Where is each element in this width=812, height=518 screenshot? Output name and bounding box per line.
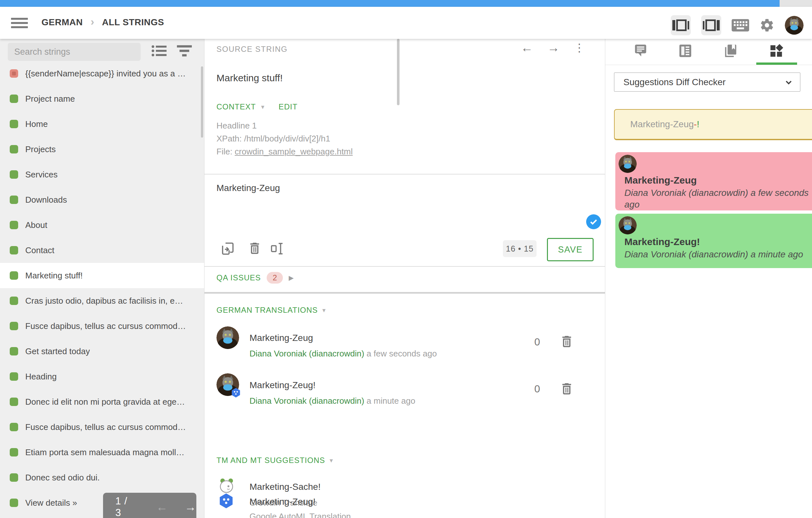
file-prefix: File: [216, 147, 235, 156]
next-string-icon[interactable]: → [547, 41, 559, 54]
keyboard-shortcuts-icon[interactable] [732, 19, 749, 32]
string-status-icon [10, 322, 18, 330]
diff-added: ! [697, 119, 699, 129]
menu-icon[interactable] [11, 18, 28, 29]
string-list-item[interactable]: Project name [0, 86, 204, 111]
translation-text[interactable]: Marketing-Zeug! [250, 380, 316, 391]
author-link[interactable]: Diana Voroniak (dianacrowdin) [250, 349, 364, 358]
context-details: Headline 1 XPath: /html/body/div/div[2]/… [216, 119, 353, 158]
string-status-icon [10, 398, 18, 406]
author-link[interactable]: Diana Voroniak (dianacrowdin) [250, 396, 364, 406]
breadcrumb-language[interactable]: GERMAN [41, 17, 83, 28]
string-list-item[interactable]: Projects [0, 136, 204, 162]
tab-apps-active[interactable] [769, 43, 784, 58]
translation-text[interactable]: Marketing-Zeug [250, 333, 313, 343]
file-link[interactable]: crowdin_sample_webpage.html [235, 147, 352, 156]
tab-terms[interactable] [723, 43, 738, 58]
string-status-icon [10, 246, 18, 254]
string-label: Donec sed odio dui. [25, 473, 100, 483]
more-options-icon[interactable]: ⋮ [574, 42, 585, 53]
char-counter: 16 • 15 [503, 240, 536, 257]
list-view-icon[interactable] [152, 44, 167, 58]
gear-icon[interactable] [759, 18, 775, 33]
search-input[interactable] [8, 43, 141, 61]
main-scrollbar[interactable] [397, 39, 400, 105]
expand-arrow-icon[interactable]: ▶ [289, 274, 294, 282]
string-list-item[interactable]: Downloads [0, 187, 204, 212]
page-indicator: 1 / 3 [115, 495, 136, 518]
suggestion-text[interactable]: Marketing-Sache! [250, 482, 320, 492]
clear-translation-icon[interactable] [247, 241, 262, 256]
string-status-icon [10, 423, 18, 431]
breadcrumb-file[interactable]: ALL STRINGS [102, 17, 164, 28]
string-list-item[interactable]: Cras justo odio, dapibus ac facilisis in… [0, 288, 204, 313]
side-by-side-left-toggle[interactable] [671, 15, 691, 35]
string-label: Contact [25, 245, 54, 255]
user-avatar[interactable] [785, 16, 804, 35]
approved-check-icon[interactable] [586, 214, 601, 229]
string-list-item[interactable]: Donec sed odio dui. [0, 465, 204, 490]
string-label: About [25, 220, 47, 230]
diff-result-card: Marketing-Zeug-! [614, 109, 812, 140]
tm-mt-section-header[interactable]: TM AND MT SUGGESTIONS ▾ [216, 456, 333, 465]
text-selection-icon[interactable] [270, 242, 285, 256]
chevron-right-icon: › [90, 15, 94, 28]
suggestion-provider: Google AutoML Translation [250, 512, 351, 518]
string-label: Fusce dapibus, tellus ac cursus commod… [25, 321, 186, 331]
search-bar [0, 39, 204, 61]
suggestion-text: Marketing-Zeug! [625, 236, 700, 247]
suggestion-byline: Diana Voroniak (dianacrowdin) a minute a… [625, 249, 812, 260]
copy-source-icon[interactable] [221, 242, 235, 256]
string-status-icon [10, 372, 18, 381]
string-list-item[interactable]: Services [0, 162, 204, 187]
prev-page-button[interactable]: ← [156, 500, 168, 514]
previous-string-icon[interactable]: ← [521, 41, 533, 54]
suggestion-text[interactable]: Marketing-Zeug! [250, 497, 316, 507]
tab-comments[interactable] [633, 43, 648, 58]
sidebar-scrollbar[interactable] [201, 66, 203, 138]
source-string-text: Marketing stuff! [216, 72, 283, 84]
string-list-item[interactable]: Fusce dapibus, tellus ac cursus commod… [0, 415, 204, 440]
string-list-item[interactable]: About [0, 212, 204, 238]
diff-suggestion-removed-card[interactable]: Marketing-Zeug Diana Voroniak (dianacrow… [615, 152, 812, 210]
translation-input[interactable]: Marketing-Zeug [216, 183, 280, 193]
string-list-item[interactable]: {{senderName|escape}} invited you as a … [0, 61, 204, 86]
string-status-icon [10, 69, 18, 78]
string-list-item[interactable]: Donec id elit non mi porta gravida at eg… [0, 389, 204, 415]
diff-tool-value: Suggestions Diff Checker [624, 77, 784, 87]
edit-context-button[interactable]: EDIT [279, 102, 298, 111]
string-list-item[interactable]: Etiam porta sem malesuada magna moll… [0, 440, 204, 465]
string-list-item[interactable]: Home [0, 111, 204, 136]
tab-string-info[interactable] [678, 43, 693, 58]
string-status-icon [10, 221, 18, 229]
string-list-item[interactable]: Heading [0, 364, 204, 389]
diff-tool-select[interactable]: Suggestions Diff Checker [614, 72, 800, 92]
save-button[interactable]: SAVE [547, 238, 593, 261]
tm-mt-header-label: TM AND MT SUGGESTIONS [216, 456, 325, 465]
string-list-item-selected[interactable]: Marketing stuff! [0, 263, 204, 288]
layout-right-icon [703, 20, 720, 31]
diff-suggestion-added-card[interactable]: Marketing-Zeug! Diana Voroniak (dianacro… [615, 214, 812, 268]
string-list-item[interactable]: Get started today [0, 339, 204, 364]
app-header: GERMAN › ALL STRINGS [0, 7, 812, 39]
qa-issues-toggle[interactable]: QA ISSUES [216, 273, 261, 282]
context-line: Headline 1 [216, 119, 353, 132]
string-list-item[interactable]: Fusce dapibus, tellus ac cursus commod… [0, 313, 204, 339]
string-list-item[interactable]: Contact [0, 238, 204, 263]
context-toggle[interactable]: CONTEXT [216, 102, 256, 111]
tools-panel: Suggestions Diff Checker Marketing-Zeug-… [605, 39, 812, 518]
crowdin-editor: { "icons": { "back": "←", "forward": "→"… [0, 0, 812, 518]
author: Diana Voroniak (dianacrowdin) [625, 188, 748, 198]
diff-unchanged: Marketing-Zeug [630, 119, 694, 129]
string-status-icon [10, 95, 18, 103]
filter-icon[interactable] [177, 44, 192, 58]
next-page-button[interactable]: → [185, 500, 196, 514]
translations-section-header[interactable]: GERMAN TRANSLATIONS ▾ [216, 306, 326, 315]
vote-count: 0 [534, 383, 540, 395]
side-by-side-right-toggle[interactable] [701, 15, 721, 35]
delete-translation-icon[interactable] [559, 334, 574, 349]
strings-list: {{senderName|escape}} invited you as a …… [0, 61, 204, 515]
delete-translation-icon[interactable] [559, 382, 574, 396]
header-actions [671, 15, 804, 35]
suggestion-byline: Diana Voroniak (dianacrowdin) a few seco… [625, 187, 812, 210]
